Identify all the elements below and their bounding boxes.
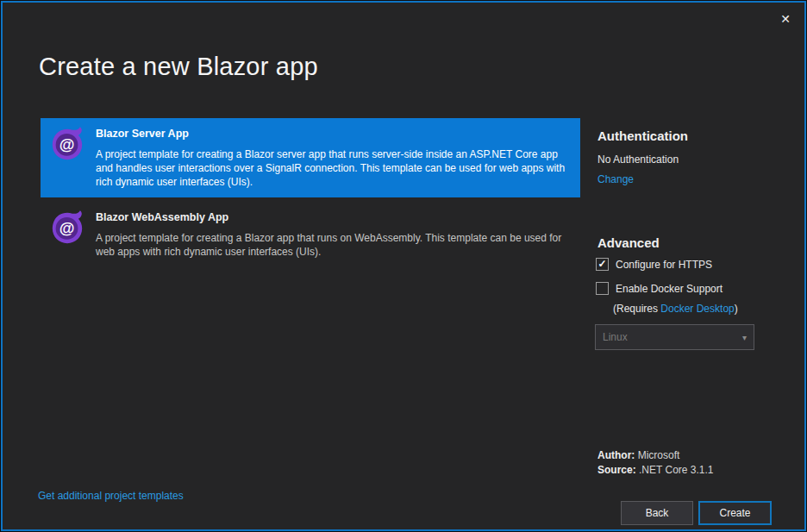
template-item-blazor-webassembly[interactable]: @ Blazor WebAssembly App A project templ… (41, 202, 580, 267)
author-label: Author: (597, 449, 635, 461)
docker-requirement-note: (Requires Docker Desktop) (613, 303, 738, 315)
close-icon[interactable]: ✕ (776, 9, 795, 28)
authentication-heading: Authentication (597, 128, 688, 143)
template-description: A project template for creating a Blazor… (96, 147, 570, 189)
docker-note-prefix: (Requires (613, 303, 660, 315)
source-label: Source: (597, 464, 636, 476)
source-line: Source: .NET Core 3.1.1 (597, 463, 714, 478)
docker-os-dropdown[interactable]: Linux ▾ (595, 324, 754, 350)
advanced-heading: Advanced (597, 235, 660, 250)
svg-text:@: @ (59, 136, 75, 153)
author-value: Microsoft (635, 449, 679, 461)
configure-https-checkbox-row: ✓ Configure for HTTPS (596, 258, 712, 271)
svg-text:@: @ (59, 220, 75, 237)
enable-docker-checkbox-row: Enable Docker Support (596, 282, 723, 295)
docker-os-dropdown-value: Linux (603, 331, 628, 343)
template-name: Blazor WebAssembly App (96, 211, 570, 223)
authentication-value: No Authentication (597, 153, 679, 166)
docker-note-suffix: ) (735, 303, 738, 315)
back-button[interactable]: Back (621, 501, 693, 525)
template-name: Blazor Server App (96, 128, 570, 140)
enable-docker-label: Enable Docker Support (616, 283, 723, 295)
configure-https-label: Configure for HTTPS (616, 259, 712, 271)
author-line: Author: Microsoft (597, 448, 714, 463)
chevron-down-icon: ▾ (742, 333, 747, 342)
configure-https-checkbox[interactable]: ✓ (596, 258, 609, 271)
source-value: .NET Core 3.1.1 (636, 464, 714, 476)
enable-docker-checkbox[interactable] (596, 282, 609, 295)
template-item-blazor-server[interactable]: @ Blazor Server App A project template f… (41, 118, 580, 197)
blazor-icon: @ (49, 126, 85, 162)
docker-desktop-link[interactable]: Docker Desktop (660, 303, 734, 315)
get-additional-templates-link[interactable]: Get additional project templates (38, 490, 184, 502)
page-title: Create a new Blazor app (39, 53, 318, 81)
create-blazor-app-dialog: ✕ Create a new Blazor app @ Blazor Serve… (1, 1, 806, 531)
template-list: @ Blazor Server App A project template f… (41, 118, 580, 267)
blazor-icon: @ (49, 210, 85, 246)
change-authentication-link[interactable]: Change (597, 173, 634, 185)
template-description: A project template for creating a Blazor… (96, 231, 570, 259)
template-meta-info: Author: Microsoft Source: .NET Core 3.1.… (597, 448, 714, 478)
create-button[interactable]: Create (698, 501, 772, 525)
